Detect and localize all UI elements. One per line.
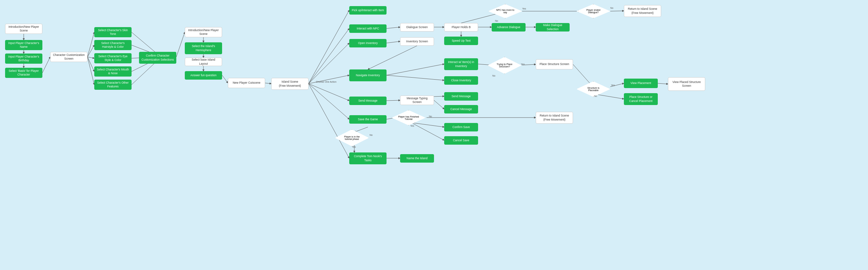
make-dialogue-node: Make Dialogue Selection [536, 23, 570, 32]
svg-line-46 [434, 96, 444, 97]
navigate-inventory-node: Navigate Inventory [349, 69, 387, 81]
svg-line-4 [87, 32, 94, 57]
select-hair-node: Select Character's Hairstyle & Color [94, 40, 132, 50]
npc-has-more-node: NPC has more to say [488, 4, 522, 18]
pick-up-node: Pick up/Interact with Item [349, 6, 387, 15]
send-message-btn-node: Send Message [444, 92, 478, 101]
svg-line-44 [658, 83, 668, 84]
label-no-1: No [429, 115, 432, 118]
svg-line-24 [309, 84, 349, 101]
svg-line-20 [309, 10, 349, 84]
answer-fun-node: Answer fun question [185, 71, 222, 80]
player-finished-tutorial-node: Player has Finished Tutorial [392, 110, 426, 125]
svg-line-27 [387, 27, 400, 28]
label-no-3: No [495, 20, 498, 22]
close-inventory-node: Close Inventory [444, 76, 478, 85]
player-holds-b-node: Player Holds B [444, 23, 478, 32]
select-basis-node: Select 'Basis' for Player Character [5, 68, 42, 78]
char-custom-screen-node: Character Customization Screen [50, 52, 87, 62]
send-message-action-node: Send Message [349, 97, 387, 105]
select-skin-node: Select Character's Skin Tone [94, 27, 132, 37]
place-structure-screen-node: Place Structure Screen [536, 59, 573, 69]
label-yes-5: Yes [611, 84, 615, 86]
label-no-2: No [370, 134, 373, 136]
cancel-save-node: Cancel Save [444, 136, 478, 145]
inventory-screen-node: Inventory Screen [400, 37, 434, 46]
svg-line-26 [309, 84, 349, 158]
complete-tom-node: Complete Tom Nook's Tasks [349, 152, 387, 164]
view-placed-structure-node: View Placed Structure Screen [668, 77, 705, 91]
input-birthday-node: Input Player Character's Birthday [5, 54, 42, 64]
svg-line-37 [387, 64, 444, 75]
cancel-message-node: Cancel Message [444, 105, 478, 113]
svg-line-36 [368, 46, 417, 69]
svg-line-45 [387, 100, 400, 101]
label-no-5: No [594, 95, 597, 97]
player-ended-dialogue-node: Player ended Dialogue? [576, 4, 610, 18]
name-island-node: Name the Island [400, 154, 434, 163]
label-yes-4: Yes [521, 63, 525, 65]
svg-line-5 [87, 45, 94, 57]
label-yes-1: Yes [410, 125, 414, 127]
svg-line-47 [434, 100, 444, 109]
choose-one-action-label: Choose One Action [313, 81, 340, 83]
svg-line-13 [132, 60, 158, 85]
return-island-top-node: Return to Island Scene (Free Movement) [624, 5, 661, 17]
svg-line-35 [610, 11, 624, 11]
label-yes-3: Yes [522, 7, 526, 10]
open-inventory-node: Open Inventory [349, 39, 387, 47]
svg-line-21 [309, 28, 349, 84]
select-eye-node: Select Character's Eye Style & Color [94, 53, 132, 63]
svg-line-25 [309, 84, 349, 119]
select-hemisphere-node: Select the Island's Hemisphere [185, 42, 222, 54]
svg-line-9 [132, 32, 158, 54]
confirm-save-node: Confirm Save [444, 123, 478, 131]
interact-w-items-node: Interact w/ Item(s) in Inventory [444, 58, 478, 70]
island-scene-node: Island Scene (Free Movement) [271, 78, 309, 90]
svg-line-14 [176, 32, 185, 57]
trying-place-node: Trying to Place Structure? [488, 57, 521, 74]
flowchart-container: Introduction/New Player Scene Input Play… [0, 0, 868, 270]
svg-line-18 [222, 75, 228, 83]
confirm-custom-node: Confirm Character Customization Selectio… [139, 52, 176, 64]
place-or-cancel-node: Place Structure or Cancel Placement [624, 93, 658, 105]
interact-npc-node: Interact with NPC [349, 24, 387, 33]
player-in-tutorial-node: Player is in the tutorial phase [335, 129, 369, 146]
save-game-node: Save the Game [349, 115, 387, 124]
svg-line-19 [265, 83, 271, 84]
speed-up-text-node: Speed Up Text [444, 37, 478, 45]
select-layout-node: Select base Island Layout [185, 58, 222, 66]
view-placement-node: View Placement [624, 79, 658, 88]
intro-scene-1-node: Introduction/New Player Scene [5, 24, 42, 34]
svg-line-22 [309, 43, 349, 84]
advance-dialogue-node: Advance Dialogue [492, 23, 526, 32]
svg-line-6 [87, 57, 94, 58]
input-name-node: Input Player Character's Name [5, 40, 42, 50]
svg-line-8 [87, 57, 94, 85]
return-island-mid-node: Return to Island Scene (Free Movement) [536, 112, 573, 124]
svg-line-28 [387, 41, 400, 43]
select-mouth-node: Select Character's Mouth & Nose [94, 66, 132, 77]
label-no-4: No [492, 75, 495, 77]
label-no-6: No [610, 7, 613, 9]
select-other-node: Select Character's Other Features [94, 80, 132, 90]
structure-is-placeable-node: Structure is Placeable [576, 81, 610, 97]
svg-line-7 [87, 57, 94, 71]
label-yes-2: Yes [352, 146, 356, 148]
intro-scene-2-node: Introduction/New Player Scene [185, 27, 222, 37]
message-typing-screen-node: Message Typing Screen [400, 96, 434, 105]
new-player-cutscene-node: New Player Cutscene [228, 78, 265, 88]
svg-line-38 [387, 75, 444, 80]
dialogue-screen-node: Dialogue Screen [400, 23, 434, 32]
svg-line-3 [42, 57, 50, 73]
